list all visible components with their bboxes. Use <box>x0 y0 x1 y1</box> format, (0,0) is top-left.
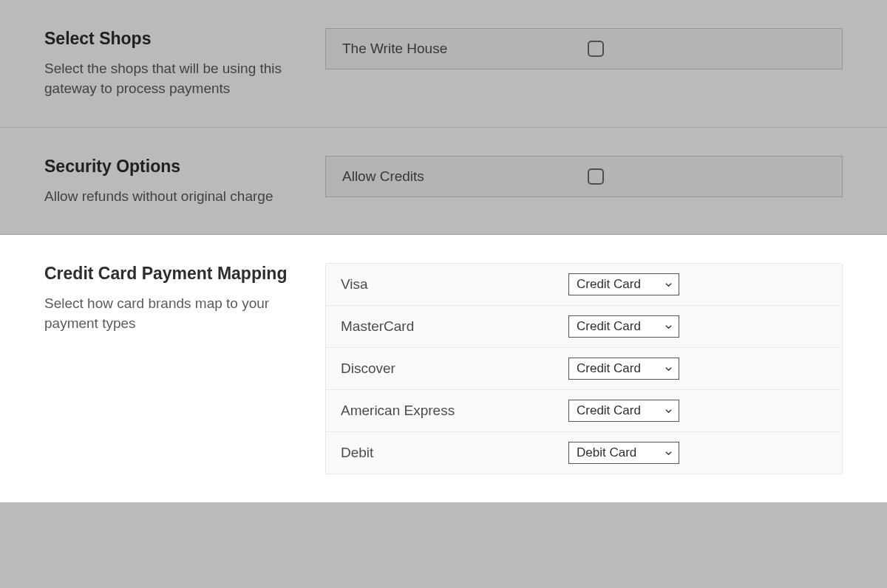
mapping-row-debit: Debit Debit Card <box>326 432 842 474</box>
mapping-row-mastercard: MasterCard Credit Card <box>326 306 842 348</box>
mapping-select-discover[interactable]: Credit Card <box>568 358 679 380</box>
mapping-select-value: Credit Card <box>577 403 641 418</box>
mapping-select-value: Credit Card <box>577 319 641 334</box>
allow-credits-checkbox[interactable] <box>588 168 604 185</box>
shop-option-checkbox[interactable] <box>588 41 604 57</box>
mapping-select-visa[interactable]: Credit Card <box>568 273 679 295</box>
section-card-mapping: Credit Card Payment Mapping Select how c… <box>0 235 887 502</box>
select-shops-title: Select Shops <box>44 28 296 49</box>
section-security-options: Security Options Allow refunds without o… <box>0 128 887 235</box>
mapping-brand-label: Visa <box>341 276 568 293</box>
mapping-brand-label: Debit <box>341 445 568 461</box>
shop-option-row: The Write House <box>325 28 843 69</box>
mapping-brand-label: Discover <box>341 360 568 377</box>
security-options-description: Allow refunds without original charge <box>44 186 296 207</box>
mapping-row-visa: Visa Credit Card <box>326 264 842 306</box>
chevron-down-icon <box>665 407 673 415</box>
shop-option-label: The Write House <box>342 41 529 57</box>
mapping-select-value: Debit Card <box>577 445 636 460</box>
mapping-brand-label: American Express <box>341 403 568 419</box>
mapping-row-discover: Discover Credit Card <box>326 348 842 390</box>
security-options-title: Security Options <box>44 156 296 177</box>
mapping-select-mastercard[interactable]: Credit Card <box>568 315 679 338</box>
card-mapping-title: Credit Card Payment Mapping <box>44 263 296 284</box>
chevron-down-icon <box>665 281 673 289</box>
chevron-down-icon <box>665 365 673 373</box>
chevron-down-icon <box>665 449 673 457</box>
select-shops-description: Select the shops that will be using this… <box>44 58 296 99</box>
card-mapping-table: Visa Credit Card MasterCard Credit Card <box>325 263 843 474</box>
chevron-down-icon <box>665 323 673 331</box>
mapping-row-amex: American Express Credit Card <box>326 390 842 432</box>
card-mapping-description: Select how card brands map to your payme… <box>44 293 296 334</box>
security-option-row: Allow Credits <box>325 156 843 197</box>
mapping-select-amex[interactable]: Credit Card <box>568 400 679 422</box>
mapping-select-value: Credit Card <box>577 277 641 292</box>
section-select-shops: Select Shops Select the shops that will … <box>0 0 887 128</box>
security-option-label: Allow Credits <box>342 168 529 185</box>
mapping-select-debit[interactable]: Debit Card <box>568 442 679 464</box>
mapping-select-value: Credit Card <box>577 361 641 376</box>
mapping-brand-label: MasterCard <box>341 318 568 335</box>
